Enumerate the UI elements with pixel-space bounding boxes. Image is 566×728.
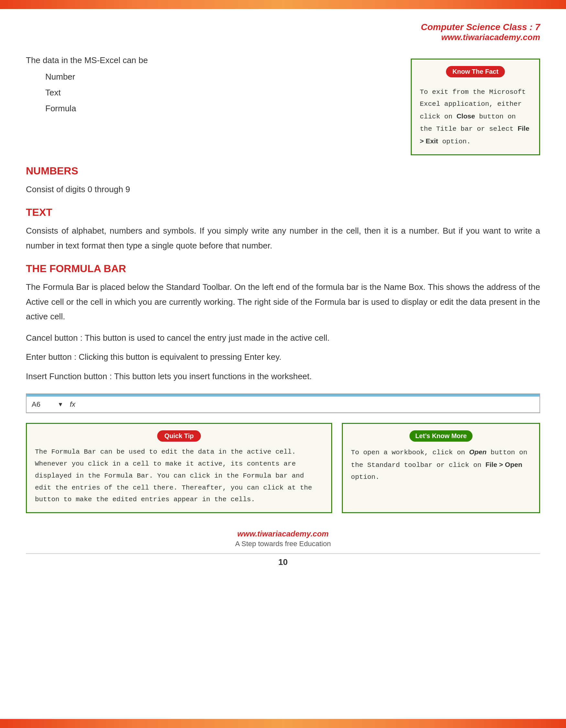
know-fact-badge: Know The Fact	[446, 66, 505, 77]
footer-website: www.tiwariacademy.com	[26, 529, 540, 538]
formula-bar-inner: A6 ▼ fx	[27, 397, 539, 413]
text-body: Consists of alphabet, numbers and symbol…	[26, 224, 540, 253]
footer-tagline: A Step towards free Education	[26, 540, 540, 548]
list-item: Formula	[45, 104, 398, 114]
page-header: Computer Science Class : 7 www.tiwariaca…	[26, 22, 540, 42]
fx-label: fx	[70, 400, 75, 409]
intro-list: Number Text Formula	[26, 72, 398, 114]
footer-divider	[26, 553, 540, 554]
quick-tip-badge: Quick Tip	[157, 430, 201, 442]
know-fact-text: To exit from the Microsoft Excel applica…	[420, 86, 531, 148]
lets-know-more-box: Let’s Know More To open a workbook, clic…	[342, 423, 540, 513]
page-footer: www.tiwariacademy.com A Step towards fre…	[26, 529, 540, 567]
intro-section: The data in the MS-Excel can be Number T…	[26, 55, 540, 155]
list-item: Text	[45, 88, 398, 98]
header-website: www.tiwariacademy.com	[26, 32, 540, 42]
formula-input-area[interactable]	[82, 399, 534, 410]
dropdown-arrow-icon[interactable]: ▼	[58, 401, 63, 408]
know-fact-box: Know The Fact To exit from the Microsoft…	[411, 59, 540, 155]
list-item: Number	[45, 72, 398, 82]
top-border	[0, 0, 566, 9]
intro-left: The data in the MS-Excel can be Number T…	[26, 55, 398, 155]
formula-bar-heading: THE FORMULA BAR	[26, 263, 540, 275]
numbers-heading: NUMBERS	[26, 165, 540, 177]
quick-tip-box: Quick Tip The Formula Bar can be used to…	[26, 423, 332, 513]
formula-bar-para2: Cancel button : This button is used to c…	[26, 331, 540, 346]
bottom-border	[0, 719, 566, 728]
header-title: Computer Science Class : 7	[26, 22, 540, 32]
formula-bar-para4: Insert Function button : This button let…	[26, 369, 540, 384]
formula-bar-para3: Enter button : Clicking this button is e…	[26, 350, 540, 365]
formula-bar-top-strip	[27, 394, 539, 397]
lets-know-text: To open a workbook, click on Open button…	[351, 446, 531, 483]
quick-tip-text: The Formula Bar can be used to edit the …	[35, 446, 323, 506]
numbers-body: Consist of digits 0 through 9	[26, 182, 540, 197]
formula-bar-ui: A6 ▼ fx	[26, 393, 540, 413]
page-number: 10	[26, 557, 540, 567]
text-heading: TEXT	[26, 206, 540, 218]
lets-know-badge: Let’s Know More	[409, 430, 472, 442]
bottom-boxes: Quick Tip The Formula Bar can be used to…	[26, 423, 540, 513]
cell-reference[interactable]: A6	[32, 400, 51, 409]
intro-text: The data in the MS-Excel can be	[26, 55, 398, 65]
formula-bar-para1: The Formula Bar is placed below the Stan…	[26, 280, 540, 324]
